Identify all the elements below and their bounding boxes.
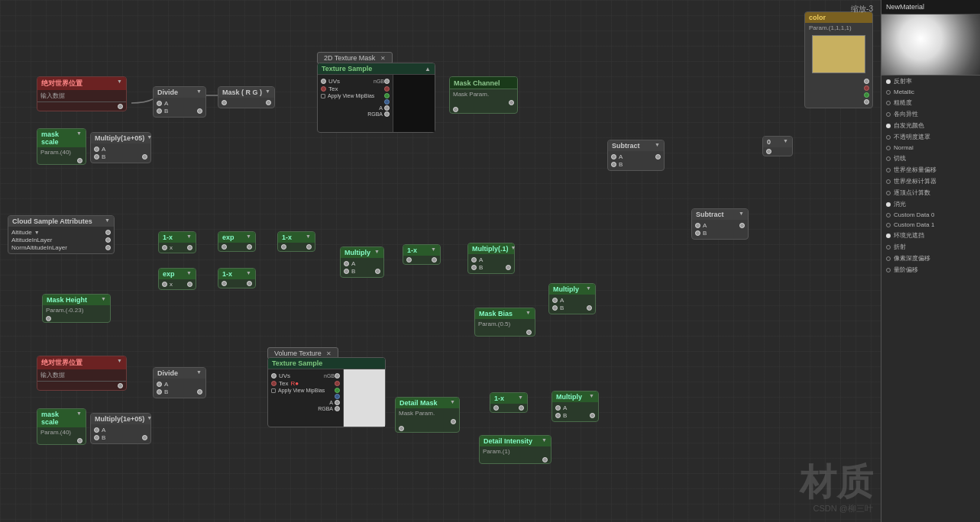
panel-item-bullet (886, 156, 891, 161)
ts-G-port (384, 93, 390, 98)
panel-item[interactable]: 像素深度偏移 (881, 253, 980, 264)
ts-apply-row: Apply View MipBias (321, 93, 390, 98)
texture-sample-upper-expand[interactable]: ▲ (425, 66, 431, 72)
texture-preview-upper (393, 75, 435, 132)
panel-item[interactable]: 切线 (881, 153, 980, 164)
mask-channel-header: Mask Channel (454, 79, 500, 87)
panel-item-label: 世界坐标量偏移 (894, 166, 936, 174)
ts-apply-check[interactable] (321, 94, 325, 98)
panel-item-label: Normal (894, 144, 914, 151)
panel-item-bullet (886, 146, 891, 150)
panel-item[interactable]: 逐顶点计算数 (881, 187, 980, 198)
material-preview (881, 14, 980, 76)
ts-B-port (384, 99, 390, 105)
mult-detail-out (590, 413, 595, 418)
panel-item-bullet (886, 79, 891, 84)
mask-channel-out (509, 100, 514, 105)
mult-mid-b (552, 305, 558, 311)
subtract-lower-node: Subtract ▼ A B (691, 208, 749, 240)
zero-label: 0 (767, 138, 771, 146)
abs-world-pos-2-node: 绝对世界位置 ▼ 输入数据 (37, 356, 127, 391)
panel-item[interactable]: 世界坐标量偏移 (881, 164, 980, 176)
texture-sample-lower-header: Texture Sample (272, 359, 322, 367)
panel-item-label: Custom Data 1 (894, 221, 934, 228)
panel-item[interactable]: 各向异性 (881, 108, 980, 120)
panel-item[interactable]: Custom Data 0 (881, 210, 980, 220)
mult-main-out (375, 269, 380, 274)
multiply-detail-node: Multiply ▼ A B (551, 391, 599, 422)
panel-item[interactable]: Normal (881, 143, 980, 153)
panel-item[interactable]: 量阶偏移 (881, 264, 980, 276)
cloud-norm-out (105, 245, 111, 250)
color-param-node: color Param.(1,1,1,1) (804, 11, 873, 108)
panel-item-label: 折射 (894, 243, 906, 251)
mult-detail-a (555, 405, 561, 411)
panel-item-bullet (886, 90, 891, 95)
panel-item[interactable]: Metallic (881, 87, 980, 97)
exp-2-node: exp ▼ x (158, 268, 196, 290)
multiply-1e5-1-node: Multiply(1e+05) ▼ A B (90, 132, 151, 163)
panel-item-bullet (886, 256, 891, 261)
panel-item-label: 逐顶点计算数 (894, 188, 930, 197)
mult-main-a (344, 261, 349, 266)
color-out-1 (864, 79, 869, 84)
cloud-alt-layer-out (105, 237, 111, 243)
ts-tex-port-in (321, 86, 326, 92)
ts-a-row: A (321, 105, 390, 111)
exp1-out (247, 244, 252, 250)
detail-mask-node: Detail Mask ▼ Mask Param. (395, 397, 460, 433)
panel-item-label: 消光 (894, 200, 906, 208)
ts-nGB-port (384, 79, 390, 84)
panel-item-label: 环境光遮挡 (894, 231, 924, 240)
divide-2-out (197, 389, 202, 395)
tsl-uvs-port (271, 373, 277, 379)
panel-item-label: 世界坐标计算器 (894, 177, 936, 185)
multiply-1-upper-node: Multiply(.1) ▼ A B (467, 243, 515, 274)
panel-item[interactable]: 不透明度遮罩 (881, 131, 980, 143)
sub-upper-out (655, 154, 661, 160)
ts-rgba-row: RGBA (321, 111, 390, 117)
ts-tex-port-out (384, 86, 390, 92)
panel-item[interactable]: 折射 (881, 241, 980, 253)
multiply-1e5-2-node: Multiply(1e+05) ▼ A B (90, 413, 151, 444)
panel-item[interactable]: 粗糙度 (881, 97, 980, 108)
ts-uvs-port (321, 79, 326, 84)
texture-sample-upper-node: Texture Sample ▲ UVs nGB Tex Apply Vi (317, 63, 435, 133)
oneminus3-in (222, 281, 227, 286)
panel-item[interactable]: 环境光遮挡 (881, 230, 980, 241)
mask-height-node: Mask Height ▼ Param.(-0.23) (42, 294, 111, 323)
panel-items: 反射率Metallic粗糙度各向异性自发光颜色不透明度遮罩Normal切线世界坐… (881, 76, 980, 276)
oneminus-detail-out (519, 405, 524, 411)
panel-item[interactable]: 世界坐标计算器 (881, 176, 980, 187)
mult-mid-a (552, 298, 558, 303)
sub-upper-b (611, 162, 616, 167)
one-minus-1-node: 1-x ▼ x (158, 231, 196, 253)
tsl-apply-check[interactable] (271, 388, 276, 393)
mask-scale-1-out (77, 158, 82, 163)
mask-scale-2-out (77, 438, 82, 443)
panel-item-bullet (886, 245, 891, 250)
multiply-1e5-1-label: Multiply(1e+05) (95, 134, 144, 142)
mask-channel-node: Mask Channel Mask Param. (449, 76, 518, 114)
subtract-upper-node: Subtract ▼ A B (607, 140, 665, 171)
panel-item[interactable]: 自发光颜色 (881, 120, 980, 131)
panel-item[interactable]: 反射率 (881, 76, 980, 87)
abs-world-pos-1-label: 绝对世界位置 (41, 79, 82, 89)
new-material-title: NewMaterial (886, 3, 924, 11)
panel-item[interactable]: 消光 (881, 198, 980, 210)
mult-detail-b (555, 413, 561, 418)
cloud-altitude-out (105, 230, 111, 235)
tsl-R-port (335, 381, 340, 386)
mask-rg-in (222, 100, 227, 105)
panel-item[interactable]: Custom Data 1 (881, 220, 980, 230)
divide-2-node: Divide ▼ A B (153, 367, 206, 398)
mask-rg-label: Mask ( R G ) (222, 89, 262, 96)
watermark-sub-text: CSDN @柳三叶 (813, 503, 873, 514)
divide-2-a (157, 382, 162, 387)
mask-rg-out (266, 100, 271, 105)
divide-2-b (157, 389, 162, 395)
divide-1-node: Divide ▼ A B (153, 86, 206, 118)
oneminus2-out (306, 244, 312, 250)
mult1e5-1-a (94, 147, 99, 152)
node-canvas: 2D Texture Mask ✕ Texture Sample ▲ UVs n… (0, 0, 980, 522)
